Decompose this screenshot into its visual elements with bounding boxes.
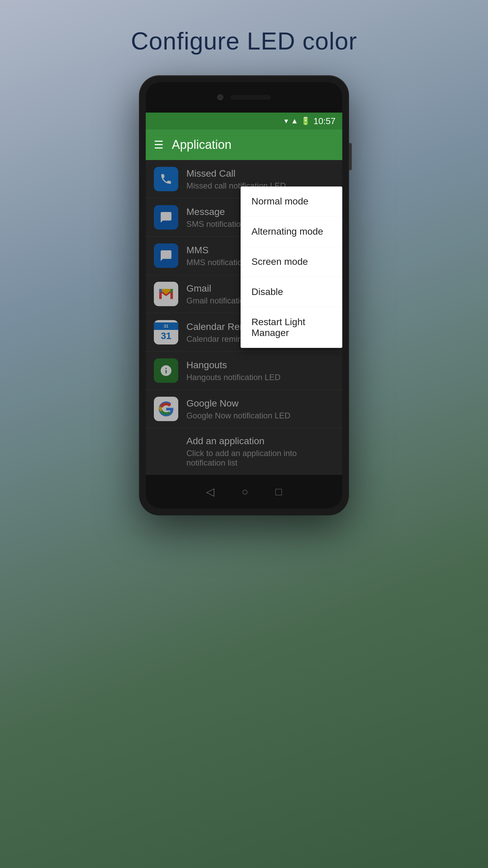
back-button[interactable]: ◁ bbox=[206, 485, 215, 498]
dropdown-menu: Normal mode Alternating mode Screen mode… bbox=[241, 186, 342, 348]
dropdown-item-disable[interactable]: Disable bbox=[241, 277, 342, 307]
status-time: 10:57 bbox=[313, 116, 336, 126]
dropdown-overlay[interactable]: Normal mode Alternating mode Screen mode… bbox=[146, 160, 342, 475]
wifi-icon: ▾ bbox=[284, 117, 288, 125]
battery-icon: 🔋 bbox=[301, 117, 310, 125]
status-bar: ▾ ▲ 🔋 10:57 bbox=[146, 113, 342, 130]
page-title: Configure LED color bbox=[131, 27, 357, 55]
hamburger-icon[interactable]: ☰ bbox=[154, 138, 164, 151]
app-bar-title: Application bbox=[172, 138, 334, 152]
dropdown-item-alternating-mode[interactable]: Alternating mode bbox=[241, 217, 342, 247]
phone-speaker bbox=[230, 95, 271, 100]
phone-shell: ▾ ▲ 🔋 10:57 ☰ Application Misse bbox=[139, 75, 349, 515]
phone-bezel-top bbox=[146, 82, 342, 113]
phone-camera bbox=[217, 94, 223, 100]
recents-button[interactable]: □ bbox=[276, 486, 282, 498]
phone-nav-bar: ◁ ○ □ bbox=[146, 475, 342, 509]
phone-inner: ▾ ▲ 🔋 10:57 ☰ Application Misse bbox=[146, 82, 342, 509]
signal-icon: ▲ bbox=[291, 117, 298, 125]
dropdown-item-screen-mode[interactable]: Screen mode bbox=[241, 247, 342, 277]
side-button bbox=[349, 143, 352, 170]
app-bar: ☰ Application bbox=[146, 130, 342, 160]
content-area: Missed Call Missed call notification LED… bbox=[146, 160, 342, 475]
home-button[interactable]: ○ bbox=[242, 486, 248, 498]
status-icons: ▾ ▲ 🔋 bbox=[284, 117, 310, 125]
dropdown-item-normal-mode[interactable]: Normal mode bbox=[241, 186, 342, 217]
dropdown-item-restart-light-manager[interactable]: Restart Light Manager bbox=[241, 307, 342, 348]
